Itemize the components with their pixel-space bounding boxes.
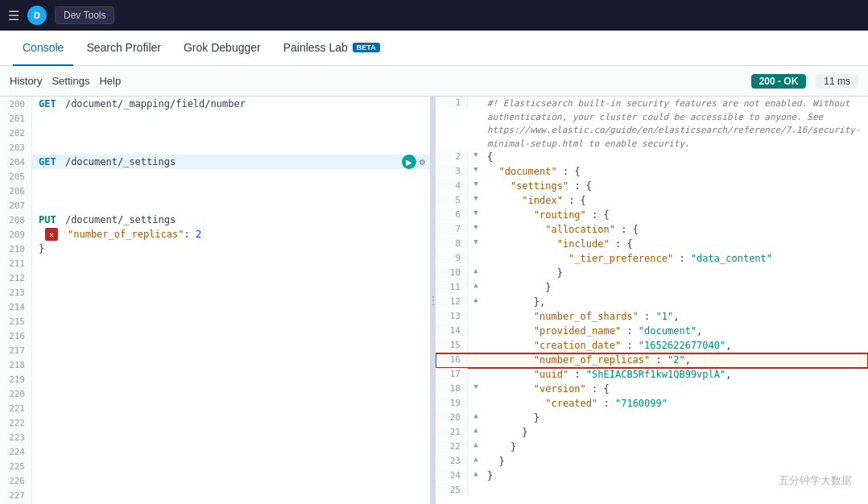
editor-line: 219 — [0, 372, 430, 386]
editor-line: 218 — [0, 357, 430, 372]
editor-line: 221 — [0, 401, 430, 415]
copy-button[interactable]: ⚙ — [420, 156, 425, 167]
fold-arrow[interactable]: ▼ — [473, 151, 477, 159]
fold-arrow[interactable]: ▲ — [473, 266, 477, 275]
output-line: 8 ▼ "include" : { — [436, 238, 868, 252]
editor-line: 201 — [0, 111, 430, 126]
editor-line-209: 209 ✕ "number_of_replicas": 2 — [0, 227, 430, 242]
fold-arrow[interactable]: ▲ — [473, 426, 477, 434]
output-line: 19 "created" : "7160099" — [436, 397, 868, 411]
editor-line-210: 210 } — [0, 242, 430, 256]
output-line: 11 ▲ } — [436, 281, 868, 295]
editor-line: 206 — [0, 184, 430, 198]
beta-badge: BETA — [353, 43, 380, 52]
tab-painless-lab[interactable]: Painless Lab BETA — [274, 31, 390, 66]
fold-arrow[interactable]: ▲ — [473, 281, 477, 289]
editor-line: 225 — [0, 459, 430, 473]
output-line: 14 "provided_name" : "document", — [436, 324, 868, 339]
tab-search-profiler[interactable]: Search Profiler — [76, 31, 171, 66]
output-line: 12 ▲ }, — [436, 295, 868, 310]
editor-line: 216 — [0, 328, 430, 343]
output-line: 21 ▲ } — [436, 426, 868, 440]
output-line: 20 ▲ } — [436, 411, 868, 426]
fold-arrow[interactable]: ▲ — [473, 469, 477, 477]
output-line: 17 "uuid" : "ShEIACB5Rf1kw1QB99vplA", — [436, 368, 868, 382]
output-line: 6 ▼ "routing" : { — [436, 209, 868, 223]
editor-line: 217 — [0, 343, 430, 357]
editor-line: 202 — [0, 126, 430, 140]
output-line: 18 ▼ "version" : { — [436, 382, 868, 397]
output-line: 22 ▲ } — [436, 440, 868, 455]
output-line: 10 ▲ } — [436, 266, 868, 281]
output-panel: 1 #! Elasticsearch built-in security fea… — [436, 97, 868, 504]
editor-line: 207 — [0, 198, 430, 213]
fold-arrow[interactable]: ▼ — [473, 238, 477, 246]
output-line: 2 ▼ { — [436, 151, 868, 165]
editor-line: 215 — [0, 314, 430, 328]
output-line: 13 "number_of_shards" : "1", — [436, 310, 868, 324]
editor-line: 205 — [0, 169, 430, 184]
editor-line: 223 — [0, 430, 430, 444]
toolbar: History Settings Help 200 - OK 11 ms — [0, 66, 868, 97]
editor-line: 222 — [0, 415, 430, 430]
output-line: 23 ▲ } — [436, 455, 868, 469]
watermark: 五分钟学大数据 — [779, 473, 852, 488]
fold-arrow[interactable]: ▲ — [473, 455, 477, 463]
output-line: 9 "_tier_preference" : "data_content" — [436, 252, 868, 266]
output-line: 7 ▼ "allocation" : { — [436, 223, 868, 238]
settings-button[interactable]: Settings — [52, 75, 89, 87]
editor-line: 227 — [0, 488, 430, 502]
editor-line-204: 204 GET /document/_settings ▶ ⚙ — [0, 155, 430, 169]
avatar-button[interactable]: D — [27, 6, 47, 25]
editor-line: 211 — [0, 256, 430, 271]
fold-arrow[interactable]: ▼ — [473, 209, 477, 217]
dev-tools-button[interactable]: Dev Tools — [55, 6, 114, 24]
editor-line: 200 GET /document/_mapping/field/number — [0, 97, 430, 111]
nav-tabs: Console Search Profiler Grok Debugger Pa… — [0, 31, 868, 66]
editor-line: 213 — [0, 285, 430, 300]
output-line-highlighted: 16 "number_of_replicas" : "2", — [436, 353, 868, 368]
history-button[interactable]: History — [10, 75, 42, 87]
fold-arrow[interactable]: ▼ — [473, 180, 477, 188]
output-line: 15 "creation_date" : "1652622677040", — [436, 339, 868, 353]
run-button[interactable]: ▶ — [402, 155, 416, 169]
fold-arrow[interactable]: ▲ — [473, 440, 477, 448]
tab-console[interactable]: Console — [13, 31, 73, 66]
time-badge: 11 ms — [816, 74, 858, 89]
editor-line: 214 — [0, 300, 430, 314]
hamburger-icon[interactable]: ☰ — [8, 8, 19, 23]
editor-line: 212 — [0, 271, 430, 285]
editor-panel[interactable]: 200 GET /document/_mapping/field/number … — [0, 97, 431, 504]
error-icon: ✕ — [45, 228, 58, 241]
output-comment-line: 1 #! Elasticsearch built-in security fea… — [436, 97, 868, 151]
editor-line: 203 — [0, 140, 430, 155]
tab-grok-debugger[interactable]: Grok Debugger — [174, 31, 271, 66]
output-line: 4 ▼ "settings" : { — [436, 180, 868, 194]
status-badge: 200 - OK — [751, 74, 807, 89]
editor-line: 224 — [0, 444, 430, 459]
fold-arrow[interactable]: ▼ — [473, 194, 477, 202]
output-line: 3 ▼ "document" : { — [436, 165, 868, 180]
output-line: 5 ▼ "index" : { — [436, 194, 868, 209]
editor-line: 226 — [0, 473, 430, 488]
fold-arrow[interactable]: ▼ — [473, 223, 477, 231]
main-content: 200 GET /document/_mapping/field/number … — [0, 97, 868, 504]
editor-line-208: 208 PUT /document/_settings — [0, 213, 430, 227]
top-bar: ☰ D Dev Tools — [0, 0, 868, 31]
fold-arrow[interactable]: ▲ — [473, 295, 477, 304]
fold-arrow[interactable]: ▼ — [473, 382, 477, 390]
fold-arrow[interactable]: ▲ — [473, 411, 477, 419]
editor-line: 220 — [0, 386, 430, 401]
fold-arrow[interactable]: ▼ — [473, 165, 477, 173]
help-button[interactable]: Help — [99, 75, 121, 87]
